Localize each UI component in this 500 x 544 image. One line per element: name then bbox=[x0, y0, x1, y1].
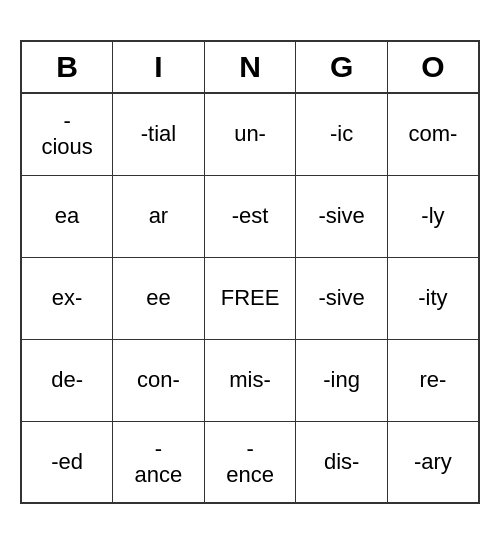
bingo-cell-1-2: -est bbox=[204, 175, 296, 257]
bingo-cell-3-3: -ing bbox=[296, 339, 387, 421]
bingo-cell-0-0: -cious bbox=[21, 93, 113, 175]
header-col-n: N bbox=[204, 41, 296, 93]
bingo-cell-3-0: de- bbox=[21, 339, 113, 421]
bingo-cell-1-3: -sive bbox=[296, 175, 387, 257]
bingo-cell-0-3: -ic bbox=[296, 93, 387, 175]
bingo-cell-4-1: -ance bbox=[113, 421, 205, 503]
bingo-card: BINGO -cious-tialun--iccom-eaar-est-sive… bbox=[20, 40, 480, 504]
bingo-cell-2-0: ex- bbox=[21, 257, 113, 339]
bingo-cell-2-2: FREE bbox=[204, 257, 296, 339]
bingo-cell-4-2: -ence bbox=[204, 421, 296, 503]
bingo-cell-1-1: ar bbox=[113, 175, 205, 257]
bingo-cell-4-4: -ary bbox=[387, 421, 479, 503]
bingo-row-2: ex-eeFREE-sive-ity bbox=[21, 257, 479, 339]
bingo-cell-2-4: -ity bbox=[387, 257, 479, 339]
header-col-i: I bbox=[113, 41, 205, 93]
bingo-cell-0-2: un- bbox=[204, 93, 296, 175]
bingo-cell-4-0: -ed bbox=[21, 421, 113, 503]
bingo-cell-3-4: re- bbox=[387, 339, 479, 421]
bingo-row-1: eaar-est-sive-ly bbox=[21, 175, 479, 257]
bingo-cell-2-3: -sive bbox=[296, 257, 387, 339]
bingo-row-3: de-con-mis--ingre- bbox=[21, 339, 479, 421]
bingo-cell-4-3: dis- bbox=[296, 421, 387, 503]
bingo-cell-0-4: com- bbox=[387, 93, 479, 175]
bingo-cell-3-2: mis- bbox=[204, 339, 296, 421]
header-col-g: G bbox=[296, 41, 387, 93]
header-col-o: O bbox=[387, 41, 479, 93]
bingo-cell-1-0: ea bbox=[21, 175, 113, 257]
bingo-row-4: -ed-ance-encedis--ary bbox=[21, 421, 479, 503]
header-col-b: B bbox=[21, 41, 113, 93]
bingo-cell-0-1: -tial bbox=[113, 93, 205, 175]
bingo-cell-2-1: ee bbox=[113, 257, 205, 339]
bingo-row-0: -cious-tialun--iccom- bbox=[21, 93, 479, 175]
bingo-cell-3-1: con- bbox=[113, 339, 205, 421]
bingo-cell-1-4: -ly bbox=[387, 175, 479, 257]
